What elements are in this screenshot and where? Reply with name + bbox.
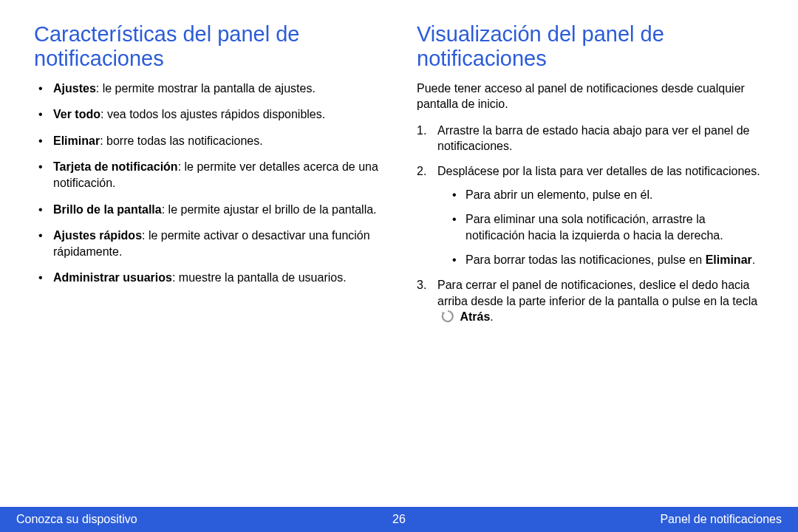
- sub-item: Para abrir un elemento, pulse en él.: [449, 187, 764, 203]
- features-list: Ajustes: le permite mostrar la pantalla …: [34, 81, 381, 286]
- item-rest: : le permite ajustar el brillo de la pan…: [162, 203, 377, 216]
- step-item: Para cerrar el panel de notificaciones, …: [417, 277, 764, 325]
- item-rest: : borre todas las notificaciones.: [100, 134, 263, 147]
- step-text: Arrastre la barra de estado hacia abajo …: [437, 124, 749, 153]
- step-item: Arrastre la barra de estado hacia abajo …: [417, 123, 764, 154]
- steps-list: Arrastre la barra de estado hacia abajo …: [417, 123, 764, 325]
- list-item: Ajustes: le permite mostrar la pantalla …: [34, 81, 381, 97]
- list-item: Tarjeta de notificación: le permite ver …: [34, 159, 381, 191]
- left-heading: Características del panel de notificacio…: [34, 22, 381, 72]
- item-bold: Brillo de la pantalla: [53, 203, 162, 216]
- step-text: Desplácese por la lista para ver detalle…: [437, 165, 760, 177]
- item-bold: Ver todo: [53, 108, 100, 120]
- item-rest: : muestre la pantalla de usuarios.: [172, 271, 347, 284]
- item-bold: Eliminar: [53, 134, 100, 147]
- right-column: Visualización del panel de notificacione…: [417, 22, 764, 334]
- list-item: Ajustes rápidos: le permite activar o de…: [34, 228, 381, 259]
- list-item: Eliminar: borre todas las notificaciones…: [34, 133, 381, 149]
- list-item: Administrar usuarios: muestre la pantall…: [34, 270, 381, 286]
- sub-text-pre: Para borrar todas las notificaciones, pu…: [466, 253, 706, 266]
- footer-left: Conozca su dispositivo: [16, 513, 137, 526]
- footer-page-number: 26: [392, 513, 406, 526]
- list-item: Ver todo: vea todos los ajustes rápidos …: [34, 106, 381, 123]
- sub-item: Para eliminar una sola notificación, arr…: [449, 211, 764, 243]
- sub-item: Para borrar todas las notificaciones, pu…: [449, 252, 764, 268]
- sub-list: Para abrir un elemento, pulse en él. Par…: [437, 187, 764, 268]
- intro-paragraph: Puede tener acceso al panel de notificac…: [417, 81, 764, 112]
- step-text-bold: Atrás: [460, 310, 490, 323]
- item-bold: Ajustes rápidos: [53, 229, 142, 242]
- left-column: Características del panel de notificacio…: [34, 22, 381, 334]
- item-bold: Tarjeta de notificación: [53, 160, 178, 173]
- page-footer: Conozca su dispositivo 26 Panel de notif…: [0, 507, 798, 532]
- list-item: Brillo de la pantalla: le permite ajusta…: [34, 202, 381, 218]
- step-item: Desplácese por la lista para ver detalle…: [417, 163, 764, 268]
- document-page: Características del panel de notificacio…: [0, 0, 798, 532]
- step-text-pre: Para cerrar el panel de notificaciones, …: [437, 279, 757, 307]
- footer-right: Panel de notificaciones: [660, 513, 782, 526]
- sub-text-bold: Eliminar: [706, 253, 752, 266]
- right-heading: Visualización del panel de notificacione…: [417, 22, 764, 72]
- two-column-layout: Características del panel de notificacio…: [34, 22, 764, 334]
- item-bold: Ajustes: [53, 82, 96, 95]
- item-bold: Administrar usuarios: [53, 271, 172, 284]
- back-icon: [440, 309, 455, 324]
- sub-text-post: .: [752, 253, 755, 266]
- item-rest: : le permite mostrar la pantalla de ajus…: [96, 82, 316, 95]
- step-text-post: .: [490, 310, 493, 323]
- item-rest: : vea todos los ajustes rápidos disponib…: [100, 108, 325, 120]
